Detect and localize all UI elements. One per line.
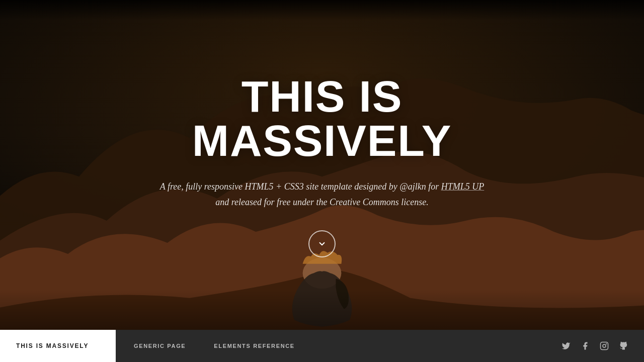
facebook-icon <box>581 341 590 350</box>
svg-rect-2 <box>601 342 608 350</box>
overlay-top <box>0 0 644 20</box>
svg-point-4 <box>606 343 607 344</box>
nav-links: GENERIC PAGE ELEMENTS REFERENCE <box>116 330 545 362</box>
chevron-down-icon <box>317 239 327 248</box>
hero-title-line1: THIS IS <box>242 71 403 121</box>
twitter-icon <box>561 341 571 350</box>
hero-title-line2: MASSIVELY <box>192 116 452 165</box>
hero-section: THIS IS MASSIVELY A free, fully responsi… <box>0 0 644 362</box>
scroll-down-button[interactable] <box>308 230 336 257</box>
html5up-link[interactable]: HTML5 UP <box>441 182 485 192</box>
hero-subtitle-text: A free, fully responsive HTML5 + CSS3 si… <box>160 182 439 192</box>
hero-content: THIS IS MASSIVELY A free, fully responsi… <box>140 74 504 257</box>
twitter-social-link[interactable] <box>561 341 571 350</box>
svg-point-3 <box>603 344 606 347</box>
hero-title: THIS IS MASSIVELY <box>160 74 484 163</box>
facebook-social-link[interactable] <box>581 341 590 350</box>
instagram-social-link[interactable] <box>600 341 609 350</box>
github-social-link[interactable] <box>619 341 628 350</box>
nav-active-item[interactable]: THIS IS MASSIVELY <box>0 330 116 362</box>
overlay-bottom <box>0 290 644 330</box>
github-icon <box>619 341 628 350</box>
nav-socials <box>545 330 644 362</box>
hero-subtitle-end: and released for free under the Creative… <box>215 197 428 207</box>
instagram-icon <box>600 341 609 350</box>
navbar: THIS IS MASSIVELY GENERIC PAGE ELEMENTS … <box>0 330 644 362</box>
nav-link-elements-reference[interactable]: ELEMENTS REFERENCE <box>200 330 309 362</box>
html5up-link-text: HTML5 UP <box>441 182 485 192</box>
hero-subtitle: A free, fully responsive HTML5 + CSS3 si… <box>160 179 484 210</box>
nav-link-generic-page[interactable]: GENERIC PAGE <box>120 330 200 362</box>
